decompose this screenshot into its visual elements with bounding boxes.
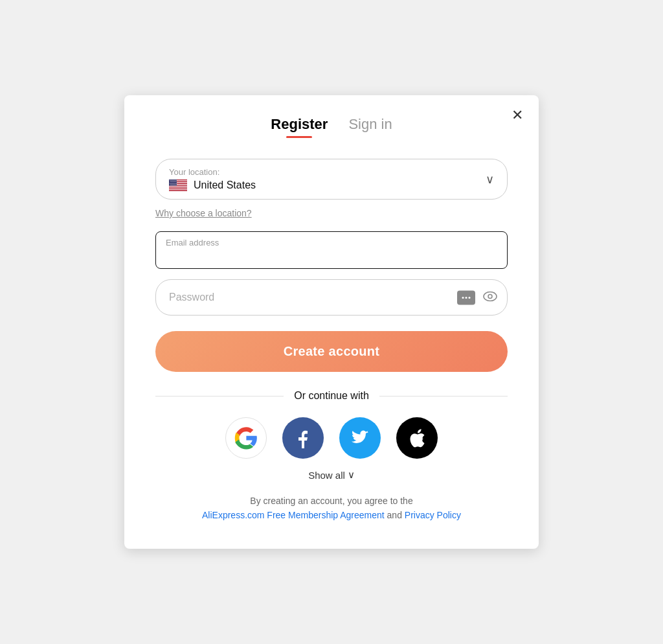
location-dropdown[interactable]: Your location: — [155, 159, 508, 200]
svg-rect-7 — [169, 186, 187, 187]
apple-login-button[interactable] — [396, 417, 438, 459]
password-input[interactable] — [155, 279, 508, 316]
svg-rect-11 — [169, 189, 187, 190]
us-flag-icon: ★★★★★★ ★★★★★ ★★★★★★ ★★★★★ — [169, 179, 187, 191]
svg-rect-10 — [169, 189, 187, 189]
tab-register[interactable]: Register — [271, 116, 328, 138]
svg-rect-9 — [169, 187, 187, 188]
svg-rect-8 — [169, 187, 187, 187]
tab-bar: Register Sign in — [155, 116, 508, 138]
twitter-login-button[interactable] — [339, 417, 381, 459]
membership-agreement-link[interactable]: AliExpress.com Free Membership Agreement — [202, 510, 385, 520]
email-label: Email address — [166, 238, 219, 247]
password-field-group — [155, 279, 508, 316]
divider-left — [155, 396, 284, 397]
twitter-icon — [350, 428, 370, 448]
chevron-down-icon: ∨ — [486, 172, 494, 187]
privacy-policy-link[interactable]: Privacy Policy — [405, 510, 461, 520]
svg-point-22 — [488, 295, 492, 299]
or-text: Or continue with — [294, 390, 369, 402]
show-all-label: Show all — [308, 470, 345, 481]
terms-prefix: By creating an account, you agree to the — [250, 496, 412, 506]
password-icons — [457, 290, 497, 305]
show-all-button[interactable]: Show all ∨ — [155, 469, 508, 481]
location-country: United States — [194, 179, 256, 191]
tab-signin[interactable]: Sign in — [348, 116, 392, 138]
divider-right — [379, 396, 508, 397]
password-dots-icon[interactable] — [457, 290, 475, 305]
social-icons-row — [155, 417, 508, 459]
create-account-button[interactable]: Create account — [155, 331, 508, 372]
location-value: ★★★★★★ ★★★★★ ★★★★★★ ★★★★★ United States — [169, 179, 256, 191]
eye-icon[interactable] — [483, 290, 497, 305]
location-info: Your location: — [169, 167, 256, 191]
svg-rect-12 — [169, 190, 187, 191]
apple-icon — [409, 428, 425, 448]
terms-connector: and — [387, 510, 405, 520]
show-all-chevron-icon: ∨ — [348, 469, 355, 481]
svg-point-18 — [462, 297, 464, 299]
email-input[interactable] — [155, 231, 508, 269]
email-field-group: Email address — [155, 231, 508, 269]
register-modal: ✕ Register Sign in Your location: — [124, 95, 539, 549]
svg-point-19 — [466, 297, 467, 299]
why-location-link[interactable]: Why choose a location? — [155, 208, 252, 218]
register-form: Your location: — [155, 159, 508, 523]
or-divider: Or continue with — [155, 390, 508, 402]
svg-point-21 — [484, 292, 497, 301]
google-login-button[interactable] — [225, 417, 267, 459]
terms-text: By creating an account, you agree to the… — [155, 494, 508, 523]
location-label: Your location: — [169, 167, 256, 177]
google-icon — [234, 426, 258, 450]
svg-point-20 — [469, 297, 471, 299]
facebook-login-button[interactable] — [282, 417, 324, 459]
close-button[interactable]: ✕ — [511, 108, 523, 122]
facebook-icon — [293, 428, 313, 448]
dots-svg — [462, 295, 471, 300]
eye-svg — [483, 292, 497, 302]
